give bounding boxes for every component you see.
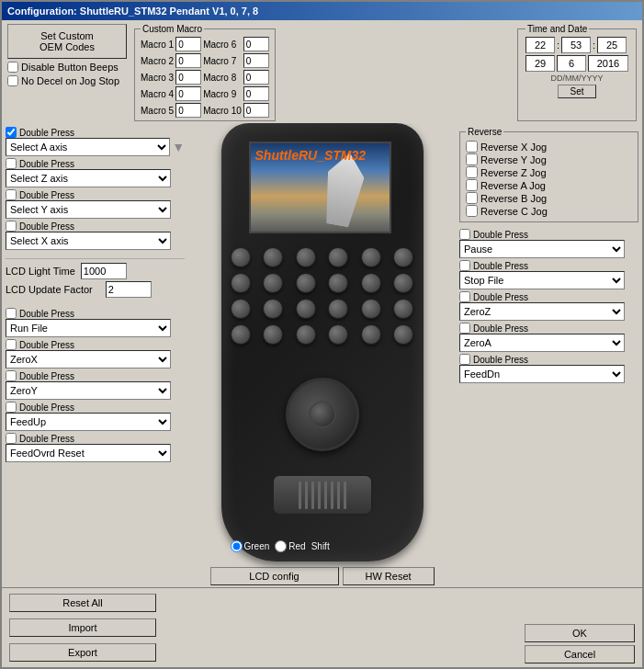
pend-btn-2-5[interactable] — [361, 273, 381, 293]
axis-y-double-press[interactable]: Double Press — [6, 189, 185, 200]
axis-z-select[interactable]: Select Z axis Select X axis Select Y axi… — [6, 169, 171, 187]
feeddn-select[interactable]: FeedDn FeedUp — [459, 365, 625, 383]
red-radio-label[interactable]: Red — [275, 540, 305, 552]
macro-6-input[interactable] — [243, 37, 269, 51]
run-file-double-press[interactable]: Double Press — [6, 308, 185, 319]
pend-btn-4-6[interactable] — [393, 324, 413, 345]
pend-btn-1-2[interactable] — [263, 247, 283, 267]
reverse-a-checkbox[interactable] — [466, 179, 478, 191]
pause-select[interactable]: Pause Stop Run File — [459, 240, 625, 258]
pend-btn-2-2[interactable] — [263, 273, 283, 293]
hw-reset-button[interactable]: HW Reset — [343, 567, 435, 585]
reset-all-button[interactable]: Reset All — [9, 594, 156, 612]
day-input[interactable] — [525, 55, 555, 72]
joystick[interactable] — [286, 378, 359, 451]
export-button[interactable]: Export — [9, 643, 156, 662]
zeroy-double-press[interactable]: Double Press — [6, 370, 185, 381]
zeroy-section: Double Press ZeroY ZeroX ZeroZ — [6, 370, 185, 400]
month-input[interactable] — [557, 55, 586, 72]
pend-btn-1-5[interactable] — [361, 247, 381, 267]
lcd-config-button[interactable]: LCD config — [210, 567, 339, 585]
axis-x-select[interactable]: Select X axis Select Y axis Select Z axi… — [6, 232, 171, 250]
reverse-y-checkbox[interactable] — [466, 153, 478, 165]
reverse-x-checkbox[interactable] — [466, 141, 478, 153]
pend-btn-2-1[interactable] — [231, 273, 251, 293]
reverse-c-checkbox[interactable] — [466, 205, 478, 217]
ok-button[interactable]: OK — [525, 624, 635, 642]
macro-2-input[interactable] — [175, 53, 201, 68]
lcd-section: LCD Light Time LCD Update Factor — [6, 258, 185, 300]
pend-btn-4-3[interactable] — [296, 324, 316, 345]
feedovrd-select[interactable]: FeedOvrd Reset — [6, 444, 171, 462]
second-input[interactable] — [597, 37, 627, 53]
cancel-button[interactable]: Cancel — [525, 645, 635, 663]
pend-btn-4-4[interactable] — [328, 324, 348, 345]
pend-btn-1-6[interactable] — [393, 247, 413, 267]
zeroa-select[interactable]: ZeroA ZeroX ZeroY — [459, 334, 625, 352]
lcd-light-input[interactable] — [81, 263, 127, 279]
pendant-btn-row-3 — [231, 299, 414, 319]
feedup-select[interactable]: FeedUp FeedDn — [6, 413, 171, 431]
macro-1-input[interactable] — [175, 37, 201, 51]
pend-btn-3-6[interactable] — [393, 299, 413, 319]
macro-8-input[interactable] — [243, 70, 269, 85]
pend-btn-2-3[interactable] — [296, 273, 316, 293]
minute-input[interactable] — [561, 37, 591, 53]
run-file-select[interactable]: Run File Stop File Pause — [6, 319, 171, 337]
stop-file-select[interactable]: Stop File Run File Pause — [459, 271, 625, 289]
year-input[interactable] — [588, 55, 628, 72]
pend-btn-3-3[interactable] — [296, 299, 316, 319]
green-radio-label[interactable]: Green — [231, 540, 270, 552]
custom-macro-legend: Custom Macro — [141, 24, 204, 34]
zeroz-select[interactable]: ZeroZ ZeroX ZeroY — [459, 302, 625, 321]
macro-5-input[interactable] — [175, 103, 201, 118]
zeroy-select[interactable]: ZeroY ZeroX ZeroZ — [6, 381, 171, 400]
import-button[interactable]: Import — [9, 618, 156, 637]
pend-btn-3-5[interactable] — [361, 299, 381, 319]
disable-beeps-checkbox[interactable]: Disable Button Beeps — [7, 62, 127, 73]
macro-4-input[interactable] — [175, 86, 201, 101]
feedovrd-double-press[interactable]: Double Press — [6, 433, 185, 444]
green-radio[interactable] — [231, 540, 243, 552]
set-date-button[interactable]: Set — [558, 85, 595, 98]
pend-btn-1-1[interactable] — [231, 247, 251, 267]
zeroz-double-press[interactable]: Double Press — [459, 291, 638, 302]
pend-btn-2-4[interactable] — [328, 273, 348, 293]
pend-btn-4-2[interactable] — [263, 324, 283, 345]
lcd-update-row: LCD Update Factor — [6, 281, 185, 298]
axis-z-double-press[interactable]: Double Press — [6, 158, 185, 169]
reverse-z-checkbox[interactable] — [466, 166, 478, 178]
hour-input[interactable] — [525, 37, 555, 53]
pend-btn-4-1[interactable] — [231, 324, 251, 345]
pendant-screen: ShuttleRU_STM32 — [249, 142, 391, 233]
pend-btn-1-4[interactable] — [328, 247, 348, 267]
zerox-double-press[interactable]: Double Press — [6, 339, 185, 350]
lcd-update-input[interactable] — [106, 281, 152, 298]
oem-button[interactable]: Set CustomOEM Codes — [7, 24, 127, 59]
stop-file-double-press[interactable]: Double Press — [459, 260, 638, 271]
pend-btn-2-6[interactable] — [393, 273, 413, 293]
pend-btn-3-2[interactable] — [263, 299, 283, 319]
zerox-select[interactable]: ZeroX ZeroY ZeroZ — [6, 350, 171, 369]
pend-btn-3-1[interactable] — [231, 299, 251, 319]
macro-10-input[interactable] — [243, 103, 269, 118]
reverse-b-checkbox[interactable] — [466, 192, 478, 204]
feeddn-double-press[interactable]: Double Press — [459, 354, 638, 365]
pend-btn-1-3[interactable] — [296, 247, 316, 267]
axis-a-select[interactable]: Select A axis Select B axis Select C axi… — [6, 138, 170, 156]
axis-x-double-press[interactable]: Double Press — [6, 221, 185, 232]
axes-section: Double Press Select A axis Select B axis… — [6, 127, 185, 252]
red-radio[interactable] — [275, 540, 287, 552]
macro-7-input[interactable] — [243, 53, 269, 68]
zeroa-double-press[interactable]: Double Press — [459, 323, 638, 334]
feedup-double-press[interactable]: Double Press — [6, 402, 185, 413]
axis-y-select[interactable]: Select Y axis Select X axis Select Z axi… — [6, 200, 171, 219]
no-decel-checkbox[interactable]: No Decel on Jog Stop — [7, 75, 127, 86]
pend-btn-3-4[interactable] — [328, 299, 348, 319]
macro-3-input[interactable] — [175, 70, 201, 85]
macro-9-input[interactable] — [243, 86, 269, 101]
axis-a-double-press[interactable]: Double Press — [6, 127, 185, 138]
pause-double-press[interactable]: Double Press — [459, 229, 638, 240]
pend-btn-4-5[interactable] — [361, 324, 381, 345]
scroll-wheel[interactable] — [272, 474, 373, 516]
